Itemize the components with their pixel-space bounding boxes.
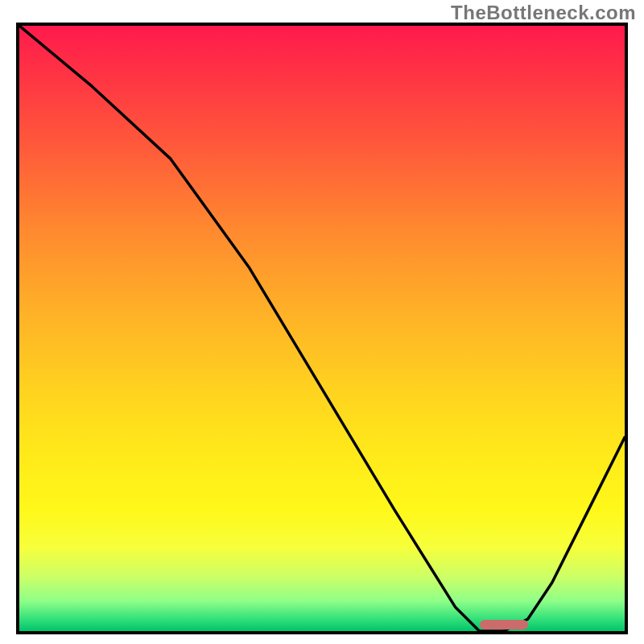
- optimal-range-marker: [480, 620, 528, 630]
- watermark-text: TheBottleneck.com: [451, 2, 636, 24]
- plot-area: [16, 23, 628, 634]
- bottleneck-curve: [19, 26, 625, 631]
- chart-frame: TheBottleneck.com: [0, 0, 644, 644]
